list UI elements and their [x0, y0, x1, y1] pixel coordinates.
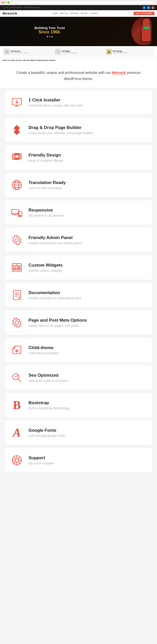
documentation-info: Documentation simple and easy to underst…	[28, 290, 81, 300]
nav-services: SERVICES	[70, 12, 79, 14]
hero-text-container: Building Your Trust Since 1968.	[0, 26, 94, 37]
page-post-meta-info: Page and Post Meta Options useful option…	[28, 318, 87, 327]
support-title: Support	[28, 455, 54, 461]
child-theme-desc: child-theme included	[28, 351, 59, 355]
svg-line-45	[18, 462, 20, 464]
one-click-installer-info: 1 Click Installer Install full demo simp…	[28, 98, 83, 107]
one-click-installer-desc: Install full demo simply, with one click	[28, 103, 83, 107]
documentation-icon	[10, 288, 23, 302]
drag-drop-desc: Easily Build your website using page bui…	[28, 131, 93, 135]
feature-card-documentation: Documentation simple and easy to underst…	[5, 283, 152, 307]
service-cards: 🔧 Full Service We provide full auto serv…	[0, 46, 157, 58]
hero-sub-title: Since 1968.	[5, 30, 94, 34]
features-section: 1 Click Installer Install full demo simp…	[0, 88, 157, 481]
feature-card-bootstrap: B Bootstrap built in bootstrap technolog…	[5, 393, 152, 417]
feature-card-friendly-design: Friendly Design easy to navigate design	[5, 145, 152, 170]
one-click-installer-icon	[10, 96, 23, 109]
google-fonts-title: Google Fonts	[28, 428, 65, 433]
support-desc: top notch support	[28, 461, 54, 465]
feature-card-admin-panel: Friendly Admin Panel simple and easy-to-…	[5, 228, 152, 252]
browser-bar	[0, 0, 157, 5]
svg-line-46	[18, 457, 20, 459]
seo-optimized-icon	[10, 371, 23, 384]
google-fonts-letter-icon: A	[13, 427, 21, 439]
translation-ready-icon	[10, 178, 23, 192]
custom-widgets-icon	[10, 261, 23, 274]
feature-card-drag-drop: Drag & Drop Page Builder Easily Build yo…	[5, 118, 152, 142]
svg-line-47	[13, 462, 16, 464]
admin-panel-title: Friendly Admin Panel	[28, 235, 82, 240]
svg-rect-30	[13, 291, 20, 300]
svg-line-44	[13, 457, 16, 459]
site-nav: 📞 CALL US 0123 456 789 ✉ info@example.co…	[0, 5, 157, 10]
documentation-title: Documentation	[28, 290, 81, 295]
feature-card-child-theme: Child-theme child-theme included	[5, 338, 152, 362]
hero-bottom-bar: Don't Let Your Truck Leak Oil, Make It S…	[0, 58, 157, 63]
one-click-installer-title: 1 Click Installer	[28, 98, 83, 103]
svg-line-37	[18, 379, 21, 382]
feature-card-seo-optimized: Seo Optimized optimized code & structure	[5, 365, 152, 390]
svg-rect-26	[13, 269, 20, 270]
child-theme-title: Child-theme	[28, 345, 59, 350]
seo-optimized-info: Seo Optimized optimized code & structure	[28, 373, 68, 383]
page-post-meta-icon	[10, 316, 23, 329]
drag-drop-title: Drag & Drop Page Builder	[28, 125, 93, 130]
bootstrap-title: Bootstrap	[28, 400, 70, 405]
feature-card-page-post-meta: Page and Post Meta Options useful option…	[5, 310, 152, 335]
service-card-full: 🔧 Full Service We provide full auto serv…	[3, 48, 52, 56]
hero-main-title: Building Your Trust	[5, 26, 94, 30]
friendly-design-desc: easy to navigate design	[28, 159, 63, 162]
service-card-ac: ❄️ AC Repair AC repair & maintenance	[53, 48, 103, 56]
admin-panel-info: Friendly Admin Panel simple and easy-to-…	[28, 235, 82, 245]
translation-ready-title: Translation Ready	[28, 180, 66, 185]
child-theme-info: Child-theme child-theme included	[28, 345, 59, 355]
seo-optimized-title: Seo Optimized	[28, 373, 68, 378]
browser-dot-yellow	[5, 2, 7, 3]
admin-panel-icon	[10, 233, 23, 247]
svg-marker-5	[14, 129, 20, 135]
page-post-meta-desc: useful options for pages and posts	[28, 324, 87, 327]
support-icon	[10, 454, 23, 467]
responsive-title: Responsive	[28, 208, 64, 213]
feature-card-custom-widgets: Custom Widgets userful custom widgets	[5, 255, 152, 280]
hero-image: Building Your Trust Since 1968.	[0, 17, 157, 46]
custom-widgets-title: Custom Widgets	[28, 263, 63, 268]
seo-optimized-desc: optimized code & structure	[28, 379, 68, 383]
google-fonts-info: Google Fonts web-friendly google fonts	[28, 428, 65, 438]
intro-section: Create a beautiful, unique and professio…	[0, 63, 157, 88]
google-fonts-desc: web-friendly google fonts	[28, 434, 65, 438]
intro-paragraph: Create a beautiful, unique and professio…	[10, 70, 147, 82]
friendly-design-title: Friendly Design	[28, 153, 63, 158]
svg-point-20	[20, 216, 20, 216]
svg-point-39	[15, 458, 19, 462]
nav-home: HOME	[53, 12, 58, 14]
bootstrap-letter-icon: B	[13, 399, 21, 411]
responsive-info: Responsive fits perfect in all devices	[28, 208, 64, 217]
translation-ready-desc: (.po/.mo files included)	[28, 186, 66, 190]
page-post-meta-title: Page and Post Meta Options	[28, 318, 87, 323]
hero-section: 📞 CALL US 0123 456 789 ✉ info@example.co…	[0, 0, 157, 63]
nav-gallery: GALLERY	[81, 12, 88, 14]
nav-appointment-btn: MAKE APPOINTMENT	[134, 12, 154, 15]
svg-rect-25	[13, 267, 16, 269]
translation-ready-info: Translation Ready (.po/.mo files include…	[28, 180, 66, 190]
custom-widgets-desc: userful custom widgets	[28, 269, 63, 272]
intro-brand: Mekanik	[112, 71, 126, 75]
browser-dot-red	[2, 2, 4, 3]
intro-text: Create a beautiful, unique and professio…	[16, 71, 111, 75]
site-main-nav: Mekanik HOME ABOUT US SERVICES GALLERY C…	[0, 10, 157, 17]
responsive-desc: fits perfect in all devices	[28, 214, 64, 217]
drag-drop-info: Drag & Drop Page Builder Easily Build yo…	[28, 125, 93, 135]
feature-card-responsive: Responsive fits perfect in all devices	[5, 200, 152, 225]
nav-about: ABOUT US	[60, 12, 68, 14]
site-email: ✉ info@example.com	[24, 7, 40, 9]
feature-card-support: Support top notch support	[5, 448, 152, 472]
google-fonts-icon: A	[10, 426, 23, 439]
admin-panel-desc: simple and easy-to-use admin panel	[28, 241, 82, 245]
feature-card-one-click-installer: 1 Click Installer Install full demo simp…	[5, 90, 152, 115]
browser-url-bar	[12, 1, 153, 4]
nav-contact: CONTACT	[90, 12, 98, 14]
bootstrap-desc: built in bootstrap technology	[28, 406, 70, 410]
bootstrap-icon: B	[10, 399, 23, 412]
support-info: Support top notch support	[28, 455, 54, 465]
